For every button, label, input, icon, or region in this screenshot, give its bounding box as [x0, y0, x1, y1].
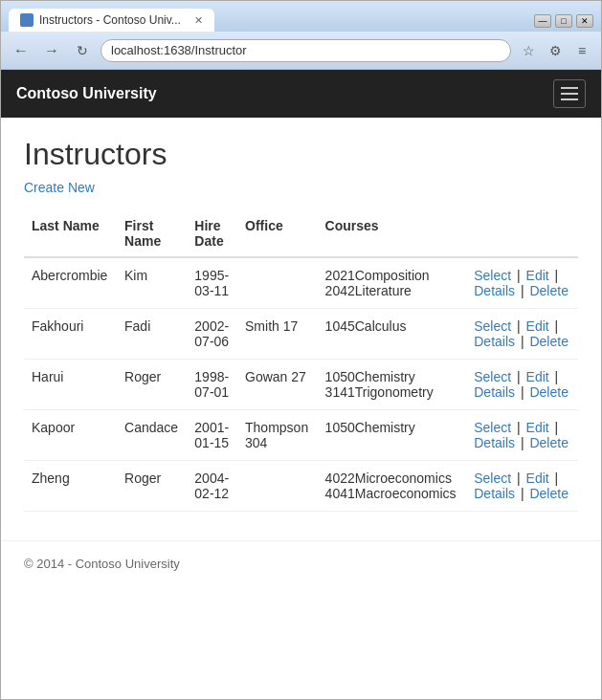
cell-courses: 1050Chemistry3141Trigonometry [318, 360, 467, 410]
separator-1: | [513, 470, 524, 486]
footer: © 2014 - Contoso University [1, 540, 601, 586]
cell-first-name: Roger [117, 360, 187, 410]
tab-favicon [20, 13, 33, 27]
delete-link[interactable]: Delete [529, 435, 568, 450]
details-link[interactable]: Details [474, 435, 515, 450]
separator-1: | [513, 318, 524, 334]
separator-3: | [517, 334, 527, 349]
separator-1: | [513, 420, 524, 435]
settings-icon[interactable]: ⚙ [544, 39, 567, 62]
table-row: FakhouriFadi2002-07-06Smith 171045Calcul… [24, 309, 578, 360]
toggle-bar-3 [561, 98, 578, 100]
details-link[interactable]: Details [474, 334, 515, 349]
cell-office: Thompson304 [237, 410, 318, 461]
menu-icon[interactable]: ≡ [570, 39, 593, 62]
col-courses: Courses [318, 210, 467, 257]
edit-link[interactable]: Edit [526, 369, 549, 384]
footer-text: © 2014 - Contoso University [24, 557, 180, 571]
cell-office: Gowan 27 [237, 360, 318, 410]
instructors-table: Last Name FirstName HireDate Office Cour… [24, 210, 578, 512]
cell-hire-date: 1995-03-11 [187, 257, 237, 309]
cell-last-name: Zheng [24, 461, 117, 512]
cell-actions: Select | Edit |Details | Delete [466, 309, 578, 360]
maximize-button[interactable]: □ [555, 14, 572, 28]
cell-courses: 4022Microeconomics4041Macroeconomics [318, 461, 467, 512]
cell-hire-date: 2004-02-12 [187, 461, 237, 512]
cell-courses: 2021Composition2042Literature [318, 257, 467, 309]
select-link[interactable]: Select [474, 369, 511, 384]
browser-tab[interactable]: Instructors - Contoso Univ... ✕ [9, 9, 214, 32]
star-icon[interactable]: ☆ [517, 39, 540, 62]
action-row-1: Select | Edit | [474, 268, 570, 283]
refresh-button[interactable]: ↻ [70, 38, 95, 63]
separator-3: | [517, 283, 527, 298]
details-link[interactable]: Details [474, 486, 515, 501]
separator-2: | [551, 318, 559, 334]
cell-actions: Select | Edit |Details | Delete [466, 410, 578, 461]
cell-hire-date: 1998-07-01 [187, 360, 237, 410]
address-bar[interactable] [100, 39, 511, 62]
delete-link[interactable]: Delete [529, 334, 568, 349]
cell-last-name: Fakhouri [24, 309, 117, 360]
table-row: HaruiRoger1998-07-01Gowan 271050Chemistr… [24, 360, 578, 410]
col-first-name: FirstName [117, 210, 187, 257]
action-row-2: Details | Delete [474, 486, 570, 501]
minimize-button[interactable]: — [534, 14, 551, 28]
cell-last-name: Harui [24, 360, 117, 410]
col-hire-date: HireDate [187, 210, 237, 257]
separator-2: | [551, 470, 559, 486]
action-row-2: Details | Delete [474, 435, 570, 450]
browser-window: Instructors - Contoso Univ... ✕ — □ ✕ ← … [0, 0, 602, 700]
navbar-brand: Contoso University [16, 85, 157, 102]
table-header-row: Last Name FirstName HireDate Office Cour… [24, 210, 578, 257]
cell-actions: Select | Edit |Details | Delete [466, 257, 578, 309]
toolbar-icons: ☆ ⚙ ≡ [517, 39, 593, 62]
table-row: AbercrombieKim1995-03-112021Composition2… [24, 257, 578, 309]
cell-actions: Select | Edit |Details | Delete [466, 461, 578, 512]
browser-toolbar: ← → ↻ ☆ ⚙ ≡ [1, 32, 601, 70]
titlebar-controls: — □ ✕ [534, 14, 593, 28]
action-row-2: Details | Delete [474, 283, 570, 298]
separator-3: | [517, 435, 527, 450]
col-actions [466, 210, 578, 257]
select-link[interactable]: Select [474, 420, 511, 435]
separator-2: | [551, 420, 559, 435]
back-button[interactable]: ← [9, 38, 33, 63]
edit-link[interactable]: Edit [526, 420, 549, 435]
cell-first-name: Candace [117, 410, 187, 461]
cell-first-name: Roger [117, 461, 187, 512]
details-link[interactable]: Details [474, 384, 515, 400]
create-new-link[interactable]: Create New [24, 180, 95, 195]
toggle-bar-1 [561, 87, 578, 89]
separator-3: | [517, 384, 527, 400]
tab-title: Instructors - Contoso Univ... [39, 13, 181, 27]
cell-office [237, 257, 318, 309]
forward-button[interactable]: → [39, 38, 64, 63]
edit-link[interactable]: Edit [526, 318, 549, 334]
main-content: Instructors Create New Last Name FirstNa… [1, 118, 601, 531]
details-link[interactable]: Details [474, 283, 515, 298]
col-last-name: Last Name [24, 210, 117, 257]
tab-close-icon[interactable]: ✕ [194, 14, 203, 27]
edit-link[interactable]: Edit [526, 470, 549, 486]
action-row-2: Details | Delete [474, 384, 570, 400]
delete-link[interactable]: Delete [529, 486, 568, 501]
action-row-1: Select | Edit | [474, 318, 570, 334]
page-title: Instructors [24, 137, 578, 172]
delete-link[interactable]: Delete [529, 283, 568, 298]
action-row-1: Select | Edit | [474, 470, 570, 486]
cell-hire-date: 2001-01-15 [187, 410, 237, 461]
navbar: Contoso University [1, 70, 601, 118]
cell-last-name: Abercrombie [24, 257, 117, 309]
delete-link[interactable]: Delete [529, 384, 568, 400]
browser-content: Contoso University Instructors Create Ne… [1, 70, 601, 699]
select-link[interactable]: Select [474, 318, 511, 334]
select-link[interactable]: Select [474, 470, 511, 486]
table-row: ZhengRoger2004-02-124022Microeconomics40… [24, 461, 578, 512]
close-button[interactable]: ✕ [576, 14, 593, 28]
edit-link[interactable]: Edit [526, 268, 549, 283]
navbar-toggle-button[interactable] [553, 79, 586, 108]
browser-titlebar: Instructors - Contoso Univ... ✕ — □ ✕ [1, 1, 601, 32]
action-row-1: Select | Edit | [474, 369, 570, 384]
select-link[interactable]: Select [474, 268, 511, 283]
